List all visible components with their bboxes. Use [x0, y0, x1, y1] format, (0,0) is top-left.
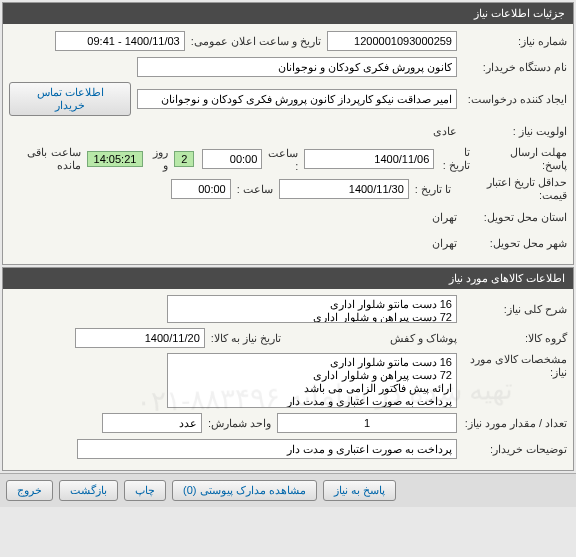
need-info-header: جزئیات اطلاعات نیاز — [3, 3, 573, 24]
time-left-box: 14:05:21 — [87, 151, 144, 167]
row-buyer-notes: توضیحات خریدار: — [9, 438, 567, 460]
row-delivery-city: شهر محل تحویل: تهران — [9, 232, 567, 254]
unit-input[interactable] — [102, 413, 202, 433]
goods-info-header: اطلاعات کالاهای مورد نیاز — [3, 268, 573, 289]
buyer-label: نام دستگاه خریدار: — [457, 61, 567, 74]
buyer-notes-label: توضیحات خریدار: — [457, 443, 567, 456]
response-date-input[interactable] — [304, 149, 434, 169]
time-label-1: ساعت : — [262, 147, 304, 172]
desc-textarea[interactable] — [167, 295, 457, 323]
buyer-notes-input[interactable] — [77, 439, 457, 459]
buyer-input[interactable] — [137, 57, 457, 77]
button-bar: پاسخ به نیاز مشاهده مدارک پیوستی (0) چاپ… — [0, 473, 576, 507]
row-need-number: شماره نیاز: تاریخ و ساعت اعلان عمومی: — [9, 30, 567, 52]
until-label-2: تا تاریخ : — [409, 183, 457, 196]
goods-info-body: تهیه شده در سامانه ۸۸۳۴۹۶-۰۲۱ شرح کلی نی… — [3, 289, 573, 470]
price-date-input[interactable] — [279, 179, 409, 199]
spec-label: مشخصات کالای مورد نیاز: — [457, 353, 567, 379]
exit-button[interactable]: خروج — [6, 480, 53, 501]
row-delivery-province: استان محل تحویل: تهران — [9, 206, 567, 228]
response-deadline-label: مهلت ارسال پاسخ: — [476, 146, 567, 172]
respond-button[interactable]: پاسخ به نیاز — [323, 480, 396, 501]
delivery-city-value: تهران — [432, 237, 457, 250]
qty-label: تعداد / مقدار مورد نیاز: — [457, 417, 567, 430]
desc-label: شرح کلی نیاز: — [457, 303, 567, 316]
days-left-box: 2 — [174, 151, 194, 167]
goods-info-panel: اطلاعات کالاهای مورد نیاز تهیه شده در سا… — [2, 267, 574, 471]
priority-label: اولویت نیاز : — [457, 125, 567, 138]
need-number-label: شماره نیاز: — [457, 35, 567, 48]
days-unit: روز و — [143, 146, 174, 172]
attachments-button[interactable]: مشاهده مدارک پیوستی (0) — [172, 480, 317, 501]
delivery-province-label: استان محل تحویل: — [457, 211, 567, 224]
announce-label: تاریخ و ساعت اعلان عمومی: — [185, 35, 327, 48]
row-desc: شرح کلی نیاز: — [9, 295, 567, 323]
priority-value: عادی — [433, 125, 457, 138]
need-info-body: شماره نیاز: تاریخ و ساعت اعلان عمومی: نا… — [3, 24, 573, 264]
need-by-date-input[interactable] — [75, 328, 205, 348]
until-label-1: تا تاریخ : — [434, 146, 476, 172]
price-validity-label: حداقل تاریخ اعتبار قیمت: — [457, 176, 567, 202]
row-priority: اولویت نیاز : عادی — [9, 120, 567, 142]
need-info-panel: جزئیات اطلاعات نیاز شماره نیاز: تاریخ و … — [2, 2, 574, 265]
row-spec: مشخصات کالای مورد نیاز: — [9, 353, 567, 408]
price-time-input[interactable] — [171, 179, 231, 199]
time-label-2: ساعت : — [231, 183, 279, 196]
delivery-province-value: تهران — [432, 211, 457, 224]
creator-label: ایجاد کننده درخواست: — [457, 93, 567, 106]
row-group: گروه کالا: پوشاک و کفش تاریخ نیاز به کال… — [9, 327, 567, 349]
announce-date-input[interactable] — [55, 31, 185, 51]
need-by-label: تاریخ نیاز به کالا: — [205, 332, 287, 345]
response-time-input[interactable] — [202, 149, 262, 169]
creator-input[interactable] — [137, 89, 457, 109]
back-button[interactable]: بازگشت — [59, 480, 118, 501]
row-buyer: نام دستگاه خریدار: — [9, 56, 567, 78]
need-number-input[interactable] — [327, 31, 457, 51]
spec-textarea[interactable] — [167, 353, 457, 408]
contact-buyer-button[interactable]: اطلاعات تماس خریدار — [9, 82, 131, 116]
group-label: گروه کالا: — [457, 332, 567, 345]
print-button[interactable]: چاپ — [124, 480, 166, 501]
qty-input[interactable] — [277, 413, 457, 433]
row-response-deadline: مهلت ارسال پاسخ: تا تاریخ : ساعت : 2 روز… — [9, 146, 567, 172]
remaining-label: ساعت باقی مانده — [9, 146, 87, 172]
group-value: پوشاک و کفش — [287, 332, 457, 345]
unit-label: واحد شمارش: — [202, 417, 277, 430]
row-qty: تعداد / مقدار مورد نیاز: واحد شمارش: — [9, 412, 567, 434]
row-price-validity: حداقل تاریخ اعتبار قیمت: تا تاریخ : ساعت… — [9, 176, 567, 202]
delivery-city-label: شهر محل تحویل: — [457, 237, 567, 250]
row-creator: ایجاد کننده درخواست: اطلاعات تماس خریدار — [9, 82, 567, 116]
